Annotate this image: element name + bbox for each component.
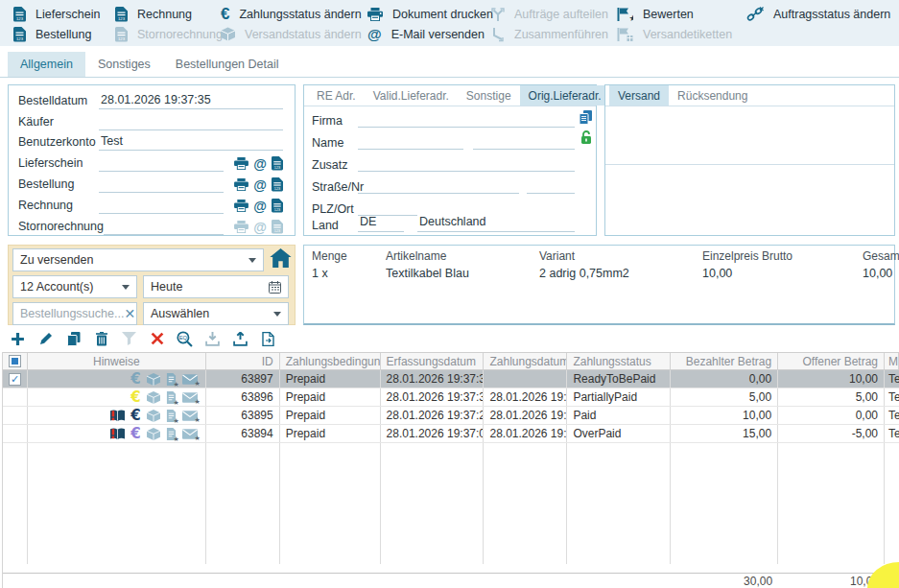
col-bezahlter-betrag[interactable]: Bezahlter Betrag (671, 353, 778, 369)
payment-row[interactable]: € ★ ★ 63894 Prepaid 28.01.2026 19:37:09 … (3, 425, 899, 443)
toolbar-lieferschein[interactable]: 123 Lieferschein (13, 5, 100, 23)
selection-select[interactable]: Auswählen (143, 302, 289, 325)
toolbar-stornorechnung[interactable]: 123 Stornorechnung (115, 25, 223, 43)
lock-icon[interactable] (580, 130, 592, 145)
clear-search-icon[interactable]: ✕ (124, 307, 135, 320)
document-star-icon[interactable]: ★ (166, 391, 177, 404)
home-icon[interactable] (270, 248, 292, 268)
row-checkbox-checked[interactable]: ✓ (9, 373, 21, 386)
tab-ruecksendung[interactable]: Rücksendung (669, 85, 756, 106)
package-icon[interactable] (147, 391, 160, 404)
toolbar-auftraege-aufteilen[interactable]: Aufträge aufteilen (491, 5, 608, 23)
edit-button[interactable] (34, 328, 58, 349)
toolbar-email-versenden[interactable]: @ E-Mail versenden (367, 25, 485, 43)
copy-button[interactable] (61, 328, 85, 349)
tab-sonstige[interactable]: Sonstige (458, 85, 520, 106)
row-select-cell[interactable] (3, 425, 28, 442)
add-button[interactable] (6, 328, 30, 349)
document-star-icon[interactable]: ★ (166, 410, 177, 422)
euro-navy-icon[interactable]: € (130, 409, 140, 423)
col-id[interactable]: ID (206, 353, 280, 369)
tab-versand[interactable]: Versand (609, 85, 669, 106)
bestellung-value[interactable] (99, 190, 224, 193)
tab-orig-lieferadr[interactable]: Orig.Lieferadr. (520, 85, 610, 106)
euro-yellow-icon[interactable]: € (130, 390, 140, 405)
toolbar-zahlungsstatus-aendern[interactable]: € Zahlungsstatus ändern (221, 5, 362, 23)
printer-icon[interactable] (234, 200, 248, 212)
copy-address-icon[interactable] (580, 110, 592, 125)
export-button[interactable] (228, 328, 252, 349)
hausnummer-input[interactable] (527, 176, 575, 194)
search-eq-button[interactable]: EQ (173, 328, 197, 349)
toolbar-zusammenfuehren[interactable]: Zusammenführen (491, 25, 608, 43)
col-offener-betrag[interactable]: Offener Betrag (778, 353, 885, 369)
col-mar[interactable]: Mar (885, 353, 899, 369)
land-code-input[interactable]: DE (358, 215, 404, 232)
order-search-input[interactable]: Bestellungssuche... ✕ (12, 302, 137, 325)
filter-icon[interactable] (117, 328, 141, 349)
date-range-picker[interactable]: Heute (143, 275, 289, 298)
email-icon[interactable]: @ (253, 157, 267, 171)
document-123-icon[interactable]: 123 (272, 177, 283, 192)
printer-icon[interactable] (234, 178, 248, 191)
document-123-icon[interactable]: 123 (272, 156, 283, 171)
zusatz-input[interactable] (358, 154, 575, 172)
remove-button[interactable] (145, 328, 169, 349)
strasse-input[interactable] (358, 176, 519, 194)
select-all-checkbox[interactable] (9, 355, 21, 367)
tab-bestellungen-detail[interactable]: Bestellungen Detail (163, 52, 292, 77)
document-123-icon[interactable]: 123 (272, 199, 283, 213)
payment-row[interactable]: € ★ ★ 63896 Prepaid 28.01.2026 19:37:30 … (3, 388, 899, 407)
tab-valid-lieferadr[interactable]: Valid.Lieferadr. (365, 85, 458, 106)
toolbar-versandstatus-aendern[interactable]: Versandstatus ändern (221, 25, 362, 43)
package-icon[interactable] (147, 428, 160, 440)
toolbar-versandetiketten[interactable]: Versandetiketten (617, 25, 732, 43)
envelope-star-icon[interactable]: ★ (182, 392, 198, 403)
document-123-icon[interactable]: 123 (272, 220, 283, 234)
dunning-alert-icon[interactable] (110, 410, 125, 422)
dunning-alert-icon[interactable] (110, 428, 125, 440)
col-zahlungsdatum[interactable]: Zahlungsdatum (484, 353, 567, 369)
delete-button[interactable] (89, 328, 113, 349)
send-status-select[interactable]: Zu versenden (12, 248, 264, 271)
export-document-button[interactable] (256, 328, 280, 349)
account-select[interactable]: 12 Account(s) (12, 275, 137, 298)
kaeufer-value[interactable] (99, 128, 283, 130)
package-icon[interactable] (147, 373, 160, 386)
toolbar-bewerten[interactable]: ★ Bewerten (617, 5, 694, 23)
land-name-input[interactable]: Deutschland (417, 215, 575, 232)
row-select-cell[interactable] (3, 388, 28, 406)
document-star-icon[interactable]: ★ (166, 373, 177, 386)
select-all-header[interactable] (3, 353, 28, 369)
row-select-cell[interactable] (3, 407, 28, 424)
toolbar-auftragsstatus-aendern[interactable]: Auftragsstatus ändern (746, 5, 890, 23)
printer-icon[interactable] (234, 221, 248, 233)
firma-input[interactable] (358, 110, 575, 128)
tab-allgemein[interactable]: Allgemein (8, 52, 85, 77)
euro-purple-icon[interactable]: € (130, 427, 140, 441)
envelope-star-icon[interactable]: ★ (182, 374, 198, 385)
document-star-icon[interactable]: ★ (166, 428, 177, 440)
benutzerkonto-value[interactable]: Test (99, 134, 283, 151)
email-icon[interactable]: @ (253, 178, 267, 192)
toolbar-rechnung[interactable]: 123 Rechnung (115, 5, 192, 23)
payment-row[interactable]: ✓ € ★ ★ 63897 Prepaid 28.01.2026 19:37:3… (3, 370, 899, 388)
plz-input[interactable] (358, 199, 417, 216)
email-icon[interactable]: @ (253, 221, 267, 234)
payment-row[interactable]: € ★ ★ 63895 Prepaid 28.01.2026 19:37:21 … (3, 407, 899, 425)
toolbar-bestellung[interactable]: 123 Bestellung (13, 25, 91, 43)
envelope-star-icon[interactable]: ★ (182, 429, 198, 439)
rechnung-value[interactable] (99, 211, 224, 214)
email-icon[interactable]: @ (253, 200, 267, 213)
printer-icon[interactable] (234, 157, 248, 170)
package-icon[interactable] (147, 410, 160, 422)
tab-sonstiges[interactable]: Sonstiges (85, 52, 163, 77)
col-erfassungsdatum[interactable]: Erfassungsdatum (381, 353, 485, 369)
tab-re-adr[interactable]: RE Adr. (308, 85, 365, 106)
toolbar-dokument-drucken[interactable]: Dokument drucken (367, 5, 493, 23)
stornorechnung-value[interactable] (104, 232, 224, 235)
col-zahlungsstatus[interactable]: Zahlungsstatus (567, 353, 671, 369)
bestelldatum-value[interactable]: 28.01.2026 19:37:35 (99, 93, 283, 109)
euro-icon[interactable]: € (130, 372, 140, 387)
import-button[interactable] (201, 328, 225, 349)
